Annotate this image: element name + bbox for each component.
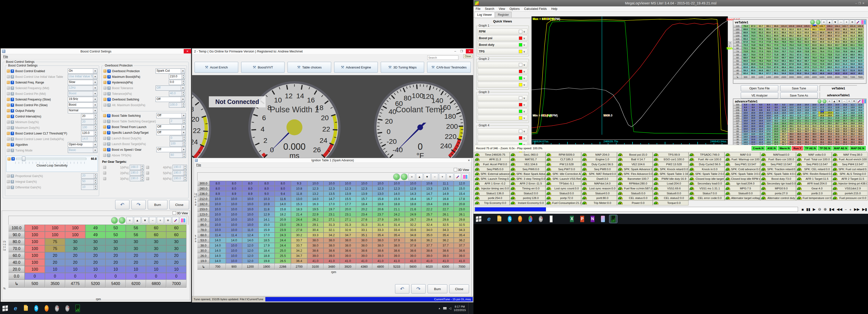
table-cell[interactable]: 70.1 (787, 53, 795, 56)
table-cell[interactable]: 73.4 (834, 50, 841, 53)
row-header[interactable]: 212 (733, 111, 742, 114)
table-cell[interactable]: 12.3 (787, 106, 795, 109)
clock[interactable]: 8:17 PM 1/22/2015 (454, 305, 466, 312)
table-cell[interactable]: 38.0 (372, 238, 389, 243)
table-cell[interactable]: 10.0 (356, 181, 372, 186)
table-cell[interactable]: 8.0 (275, 181, 291, 186)
increase-icon[interactable]: ▲ (827, 20, 832, 25)
log-field[interactable]: Gear:4.0 (796, 186, 832, 191)
table-cell[interactable]: 82.1 (765, 34, 772, 37)
burn-button[interactable]: Burn (428, 284, 447, 293)
table-cell[interactable]: 15.9 (765, 127, 772, 130)
plus-icon[interactable]: + (439, 173, 446, 180)
table-cell[interactable]: 94.1 (834, 37, 841, 40)
table-cell[interactable]: 30 (126, 245, 146, 252)
table-cell[interactable]: 27.1 (340, 217, 356, 222)
table-cell[interactable]: 10.0 (210, 222, 226, 227)
log-field[interactable]: Status3:0.0 (546, 191, 581, 196)
scroll-up-icon[interactable]: ↑ (111, 217, 118, 224)
equalize-icon[interactable]: = (126, 217, 133, 224)
table-cell[interactable]: 92.1 (780, 28, 787, 31)
table-cell[interactable]: 25.7 (421, 212, 437, 217)
network-icon[interactable] (443, 307, 446, 310)
chevron-down-icon[interactable]: ∨ (522, 130, 526, 133)
table-cell[interactable]: 82.6 (780, 37, 787, 40)
menu-calculated-fields[interactable]: Calculated Fields (522, 7, 549, 10)
log-field[interactable]: TPSADC:749.0 (688, 152, 724, 157)
table-cell[interactable]: 12.3 (340, 186, 356, 191)
log-field[interactable]: MAF:0.0 (724, 152, 760, 157)
table-cell[interactable]: 76.7 (803, 44, 810, 47)
table-cell[interactable]: 13.3 (841, 106, 849, 109)
table-cell[interactable]: 75.0 (818, 59, 826, 63)
table-cell[interactable]: 76.6 (780, 40, 787, 44)
table-cell[interactable]: 0 (65, 273, 85, 280)
table-cell[interactable]: 10.0 (742, 111, 749, 114)
table-cell[interactable]: 66.6 (834, 59, 841, 63)
table-cell[interactable]: 15.5 (803, 111, 810, 114)
table-cell[interactable]: 44.9 (826, 72, 834, 75)
scroll-down-icon[interactable]: ↓ (816, 20, 820, 25)
skype-taskbar-icon[interactable]: S (506, 215, 514, 223)
table-cell[interactable]: 10.0 (742, 125, 749, 127)
table-cell[interactable]: 33.3 (372, 227, 389, 233)
table-cell[interactable]: 72.5 (803, 47, 810, 50)
table-cell[interactable]: 11.1 (437, 181, 454, 186)
table-cell[interactable]: 10.0 (226, 243, 242, 248)
chevron-down-icon[interactable]: ∨ (522, 97, 526, 100)
table-cell[interactable]: 19.4 (421, 202, 437, 207)
table-cell[interactable]: 96.4 (818, 31, 826, 34)
help-icon[interactable]: ? (10, 126, 14, 130)
table-cell[interactable]: 27.1 (803, 122, 810, 125)
table-cell[interactable]: 12.4 (242, 233, 258, 238)
table-cell[interactable]: 26.2 (787, 122, 795, 125)
help-icon[interactable]: ? (107, 103, 111, 107)
table-cell[interactable]: 70.7 (818, 66, 826, 69)
log-field[interactable]: portk:254.0 (474, 196, 510, 201)
table-cell[interactable]: 76.9 (757, 44, 765, 47)
table-cell[interactable]: 8.0 (742, 106, 749, 109)
table-cell[interactable]: 14.1 (258, 217, 275, 222)
menu-options[interactable]: Options (507, 7, 522, 10)
table-cell[interactable]: 21.6 (405, 207, 421, 212)
channel-dropdown[interactable]: Boost duty∨ (478, 42, 527, 48)
table-cell[interactable]: 8.0 (242, 186, 258, 191)
table-cell[interactable]: 79.4 (818, 50, 826, 53)
table-cell[interactable]: 18.8 (405, 202, 421, 207)
table-cell[interactable]: 8.0 (765, 106, 772, 109)
table-cell[interactable]: 15.3 (291, 202, 307, 207)
excel-taskbar-icon[interactable]: X (568, 215, 576, 223)
table-cell[interactable]: 38.0 (340, 243, 356, 248)
log-field[interactable]: MAFload:0.0 (760, 152, 796, 157)
table-cell[interactable]: 52.7 (841, 69, 849, 72)
table-cell[interactable]: 12.0 (757, 135, 765, 138)
row-header[interactable]: 68.0 (197, 233, 210, 238)
log-field[interactable]: AFR 1 Target:11.5 (796, 176, 832, 181)
table-cell[interactable]: 13.5 (849, 106, 857, 109)
table-cell[interactable]: 20.9 (275, 217, 291, 222)
close-button[interactable]: Close (169, 200, 189, 209)
table-cell[interactable]: 71.2 (787, 50, 795, 53)
table-cell[interactable]: 8.0 (258, 181, 275, 186)
table-cell[interactable]: 27.9 (372, 217, 389, 222)
table-cell[interactable]: 13.5 (795, 109, 803, 111)
table-cell[interactable]: 19.5 (307, 207, 323, 212)
setting-spinner[interactable]: 0.0▲▼ (169, 80, 185, 85)
table-cell[interactable]: 71.3 (810, 66, 818, 69)
table-cell[interactable]: 10.0 (749, 135, 757, 138)
table-cell[interactable]: 74.3 (749, 37, 757, 40)
table-cell[interactable]: 15.7 (356, 196, 372, 202)
channel-dropdown[interactable]: Boost psi∨ (478, 35, 527, 41)
row-header[interactable]: 180 (733, 28, 742, 31)
table-cell[interactable]: 11.0 (757, 127, 765, 130)
plus-icon[interactable]: + (157, 217, 164, 224)
table-cell[interactable]: 14.0 (210, 243, 226, 248)
table-cell[interactable]: 49 (85, 232, 105, 238)
table-cell[interactable]: 11.1 (849, 103, 857, 106)
table-cell[interactable]: 10.0 (242, 212, 258, 217)
table-cell[interactable]: 21.4 (291, 212, 307, 217)
table-cell[interactable]: 23.0 (454, 207, 470, 212)
table-cell[interactable]: 92.3 (787, 28, 795, 31)
table-cell[interactable]: 10.0 (242, 202, 258, 207)
table-cell[interactable]: 61.4 (841, 63, 849, 66)
